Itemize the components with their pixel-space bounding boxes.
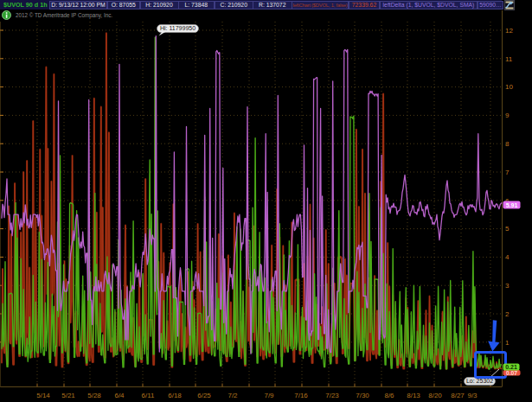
- svg-text:0.21: 0.21: [505, 364, 517, 370]
- svg-text:5/28: 5/28: [87, 392, 101, 399]
- svg-text:6/4: 6/4: [114, 392, 125, 399]
- svg-text:6/11: 6/11: [142, 392, 156, 399]
- svg-text:10: 10: [505, 83, 513, 91]
- svg-text:12: 12: [505, 27, 513, 35]
- svg-text:8/6: 8/6: [384, 392, 394, 399]
- svg-text:7/2: 7/2: [228, 392, 238, 399]
- svg-text:7: 7: [505, 169, 510, 176]
- svg-text:2: 2: [505, 310, 510, 318]
- svg-text:5: 5: [505, 225, 510, 233]
- svg-text:0.07: 0.07: [506, 370, 517, 376]
- svg-text:6/25: 6/25: [197, 392, 211, 399]
- svg-text:5/21: 5/21: [61, 392, 75, 399]
- svg-text:9: 9: [505, 112, 510, 119]
- svg-text:8/27: 8/27: [451, 392, 465, 399]
- svg-text:7/16: 7/16: [294, 392, 308, 399]
- svg-text:9/3: 9/3: [467, 392, 478, 399]
- svg-text:5.91: 5.91: [506, 202, 518, 208]
- svg-text:3: 3: [505, 282, 510, 290]
- svg-text:8/13: 8/13: [407, 392, 420, 399]
- svg-text:7/30: 7/30: [356, 392, 369, 399]
- svg-text:4: 4: [505, 253, 510, 261]
- svg-text:1: 1: [505, 339, 510, 347]
- svg-text:11: 11: [505, 55, 513, 63]
- svg-text:8/20: 8/20: [428, 392, 442, 399]
- svg-text:Hi: 11799950: Hi: 11799950: [160, 25, 195, 31]
- svg-text:5/14: 5/14: [36, 392, 50, 399]
- svg-text:Lo: 25302: Lo: 25302: [466, 378, 493, 384]
- svg-text:6/18: 6/18: [168, 392, 182, 399]
- svg-text:8: 8: [505, 140, 510, 148]
- svg-text:7/23: 7/23: [325, 392, 339, 399]
- svg-text:7/9: 7/9: [264, 392, 274, 399]
